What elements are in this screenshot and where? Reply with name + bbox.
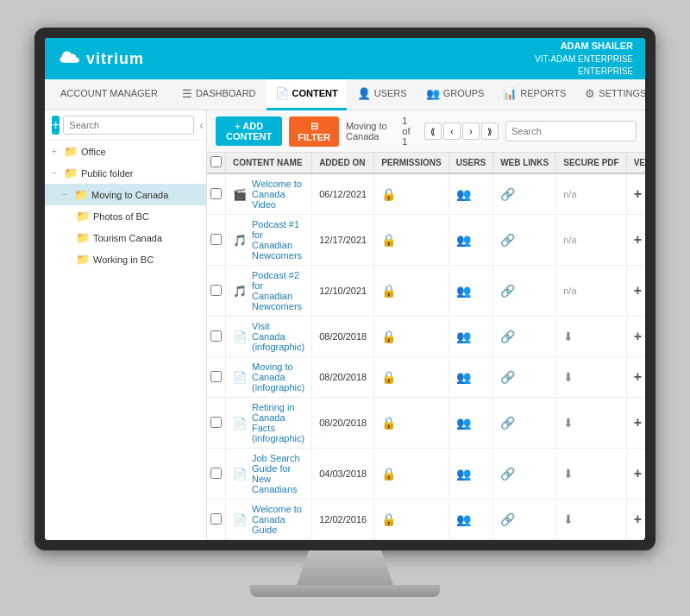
content-name[interactable]: Welcome to Canada Video: [252, 179, 304, 210]
row-secure-pdf-cell[interactable]: ⬇: [556, 398, 626, 449]
lock-icon[interactable]: 🔒: [381, 512, 396, 526]
row-web-links-cell[interactable]: 🔗: [493, 317, 556, 357]
lock-icon[interactable]: 🔒: [381, 284, 396, 298]
content-search-input[interactable]: [505, 121, 637, 141]
row-users-cell[interactable]: 👥: [448, 449, 492, 500]
nav-item-reports[interactable]: 📊 REPORTS: [494, 79, 574, 110]
row-version-cell[interactable]: +: [626, 215, 645, 266]
row-version-cell[interactable]: +: [626, 398, 645, 449]
sidebar-item-public-folder[interactable]: − 📁 Public folder: [45, 162, 206, 184]
col-permissions[interactable]: PERMISSIONS: [374, 153, 448, 173]
nav-item-account-manager[interactable]: ACCOUNT MANAGER: [52, 79, 166, 110]
content-name[interactable]: Visit Canada (infographic): [252, 321, 304, 352]
col-users[interactable]: USERS: [448, 153, 492, 173]
row-checkbox-2[interactable]: [210, 285, 222, 296]
nav-item-dashboard[interactable]: ☰ DASHBOARD: [173, 79, 265, 110]
sidebar-item-tourism-canada[interactable]: 📁 Tourism Canada: [45, 227, 206, 248]
row-web-links-cell[interactable]: 🔗: [493, 500, 556, 540]
link-icon[interactable]: 🔗: [500, 467, 515, 481]
users-icon[interactable]: 👥: [456, 467, 471, 481]
row-secure-pdf-cell[interactable]: ⬇: [556, 317, 626, 357]
row-secure-pdf-cell[interactable]: ⬇: [556, 449, 626, 500]
link-icon[interactable]: 🔗: [500, 233, 515, 247]
row-secure-pdf-cell[interactable]: n/a: [556, 215, 626, 266]
row-version-cell[interactable]: +: [626, 266, 645, 317]
row-checkbox-0[interactable]: [210, 188, 222, 199]
row-checkbox-1[interactable]: [210, 234, 222, 245]
link-icon[interactable]: 🔗: [500, 416, 515, 430]
lock-icon[interactable]: 🔒: [381, 187, 396, 201]
page-first-button[interactable]: ⟪: [424, 123, 442, 140]
row-version-cell[interactable]: +: [626, 317, 645, 357]
nav-item-groups[interactable]: 👥 GROUPS: [417, 79, 493, 110]
row-checkbox-4[interactable]: [210, 371, 222, 382]
row-web-links-cell[interactable]: 🔗: [493, 215, 556, 266]
version-add-icon[interactable]: +: [634, 466, 642, 481]
col-added-on[interactable]: ADDED ON: [312, 153, 374, 173]
row-users-cell[interactable]: 👥: [448, 500, 492, 540]
nav-item-settings[interactable]: ⚙ SETTINGS: [576, 79, 645, 110]
row-permissions-cell[interactable]: 🔒: [374, 317, 448, 357]
users-icon[interactable]: 👥: [456, 284, 471, 298]
link-icon[interactable]: 🔗: [500, 330, 515, 343]
filter-button[interactable]: ⊟ FILTER: [289, 116, 339, 147]
download-icon[interactable]: ⬇: [563, 512, 574, 526]
row-web-links-cell[interactable]: 🔗: [493, 173, 556, 215]
users-icon[interactable]: 👥: [456, 416, 471, 430]
content-name[interactable]: Welcome to Canada Guide: [252, 504, 304, 535]
page-next-button[interactable]: ›: [462, 123, 480, 140]
select-all-checkbox[interactable]: [210, 156, 222, 167]
row-users-cell[interactable]: 👥: [448, 215, 492, 266]
row-permissions-cell[interactable]: 🔒: [374, 173, 448, 215]
content-name[interactable]: Podcast #2 for Canadian Newcomers: [252, 270, 304, 311]
content-name[interactable]: Job Search Guide for New Canadians: [252, 453, 304, 494]
col-secure-pdf[interactable]: SECURE PDF: [556, 153, 626, 173]
row-secure-pdf-cell[interactable]: ⬇: [556, 357, 626, 398]
sidebar-item-moving-to-canada[interactable]: − 📁 Moving to Canada: [45, 184, 206, 205]
download-icon[interactable]: ⬇: [563, 467, 574, 481]
row-permissions-cell[interactable]: 🔒: [374, 500, 448, 540]
users-icon[interactable]: 👥: [456, 330, 471, 343]
row-version-cell[interactable]: +: [626, 357, 645, 398]
version-add-icon[interactable]: +: [634, 415, 642, 430]
row-version-cell[interactable]: +: [626, 500, 645, 540]
users-icon[interactable]: 👥: [456, 233, 471, 247]
lock-icon[interactable]: 🔒: [381, 416, 396, 430]
nav-item-users[interactable]: 👤 USERS: [348, 79, 416, 110]
page-prev-button[interactable]: ‹: [443, 123, 461, 140]
lock-icon[interactable]: 🔒: [381, 233, 396, 247]
content-name[interactable]: Retiring in Canada Facts (infographic): [252, 402, 304, 443]
content-name[interactable]: Podcast #1 for Canadian Newcomers: [252, 219, 304, 261]
version-add-icon[interactable]: +: [634, 283, 642, 298]
row-checkbox-5[interactable]: [210, 417, 222, 428]
lock-icon[interactable]: 🔒: [381, 370, 396, 384]
users-icon[interactable]: 👥: [456, 370, 471, 384]
version-add-icon[interactable]: +: [634, 232, 642, 247]
row-users-cell[interactable]: 👥: [448, 317, 492, 357]
row-permissions-cell[interactable]: 🔒: [374, 266, 448, 317]
users-icon[interactable]: 👥: [456, 512, 471, 526]
row-users-cell[interactable]: 👥: [448, 398, 492, 449]
row-checkbox-7[interactable]: [210, 513, 222, 525]
version-add-icon[interactable]: +: [634, 329, 642, 343]
download-icon[interactable]: ⬇: [563, 330, 574, 343]
row-users-cell[interactable]: 👥: [448, 266, 492, 317]
nav-item-content[interactable]: 📄 CONTENT: [267, 79, 347, 110]
content-name[interactable]: Moving to Canada (infographic): [252, 361, 304, 393]
users-icon[interactable]: 👥: [456, 187, 471, 201]
link-icon[interactable]: 🔗: [500, 370, 515, 384]
col-content-name[interactable]: CONTENT NAME: [226, 153, 312, 173]
sidebar-item-photos-of-bc[interactable]: 📁 Photos of BC: [45, 205, 206, 227]
sidebar-search-input[interactable]: [63, 116, 194, 135]
row-users-cell[interactable]: 👥: [448, 357, 492, 398]
download-icon[interactable]: ⬇: [563, 416, 574, 430]
row-permissions-cell[interactable]: 🔒: [374, 449, 448, 500]
row-permissions-cell[interactable]: 🔒: [374, 357, 448, 398]
version-add-icon[interactable]: +: [634, 512, 642, 526]
row-checkbox-6[interactable]: [210, 468, 222, 479]
row-users-cell[interactable]: 👥: [448, 173, 492, 215]
row-version-cell[interactable]: +: [626, 173, 645, 215]
row-web-links-cell[interactable]: 🔗: [493, 266, 556, 317]
sidebar-item-office[interactable]: + 📁 Office: [45, 141, 206, 162]
col-version[interactable]: VERSION: [626, 153, 645, 173]
